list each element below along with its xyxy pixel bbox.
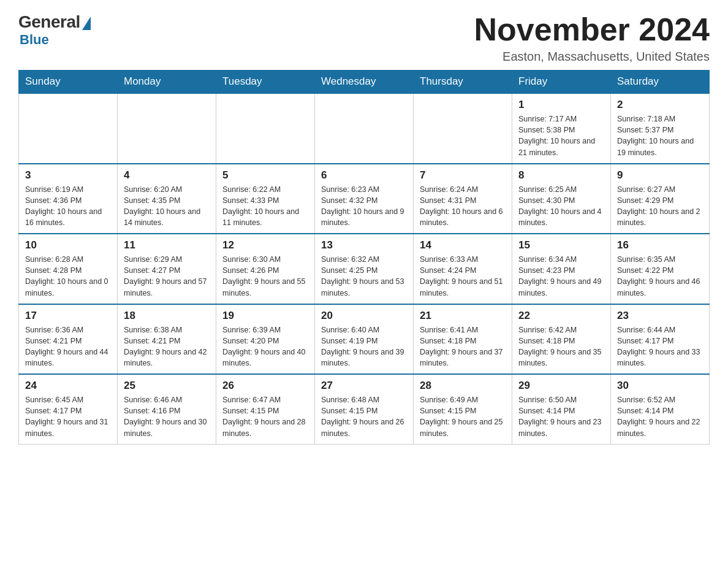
calendar-week-1: 1Sunrise: 7:17 AM Sunset: 5:38 PM Daylig… bbox=[19, 93, 710, 164]
day-info: Sunrise: 6:27 AM Sunset: 4:29 PM Dayligh… bbox=[617, 184, 703, 229]
calendar-cell-w2-d7: 9Sunrise: 6:27 AM Sunset: 4:29 PM Daylig… bbox=[611, 164, 710, 234]
calendar-cell-w2-d6: 8Sunrise: 6:25 AM Sunset: 4:30 PM Daylig… bbox=[512, 164, 611, 234]
day-info: Sunrise: 6:46 AM Sunset: 4:16 PM Dayligh… bbox=[124, 394, 210, 439]
day-info: Sunrise: 6:35 AM Sunset: 4:22 PM Dayligh… bbox=[617, 254, 703, 299]
logo-general-text: General bbox=[18, 12, 80, 32]
day-info: Sunrise: 6:22 AM Sunset: 4:33 PM Dayligh… bbox=[222, 184, 308, 229]
col-wednesday: Wednesday bbox=[315, 71, 414, 94]
day-info: Sunrise: 6:19 AM Sunset: 4:36 PM Dayligh… bbox=[25, 184, 111, 229]
calendar-cell-w1-d7: 2Sunrise: 7:18 AM Sunset: 5:37 PM Daylig… bbox=[611, 93, 710, 164]
day-info: Sunrise: 6:23 AM Sunset: 4:32 PM Dayligh… bbox=[321, 184, 407, 229]
day-number: 12 bbox=[222, 239, 308, 251]
calendar-cell-w5-d6: 29Sunrise: 6:50 AM Sunset: 4:14 PM Dayli… bbox=[512, 374, 611, 444]
calendar-cell-w2-d3: 5Sunrise: 6:22 AM Sunset: 4:33 PM Daylig… bbox=[216, 164, 315, 234]
col-thursday: Thursday bbox=[414, 71, 512, 94]
day-info: Sunrise: 7:17 AM Sunset: 5:38 PM Dayligh… bbox=[518, 113, 604, 158]
calendar-cell-w1-d5 bbox=[414, 93, 512, 164]
col-tuesday: Tuesday bbox=[216, 71, 315, 94]
calendar-table: Sunday Monday Tuesday Wednesday Thursday… bbox=[18, 70, 710, 445]
day-info: Sunrise: 6:47 AM Sunset: 4:15 PM Dayligh… bbox=[222, 394, 308, 439]
calendar-week-2: 3Sunrise: 6:19 AM Sunset: 4:36 PM Daylig… bbox=[19, 164, 710, 234]
day-number: 5 bbox=[222, 169, 308, 182]
calendar-week-3: 10Sunrise: 6:28 AM Sunset: 4:28 PM Dayli… bbox=[19, 234, 710, 304]
day-info: Sunrise: 6:39 AM Sunset: 4:20 PM Dayligh… bbox=[222, 324, 308, 369]
calendar-cell-w3-d6: 15Sunrise: 6:34 AM Sunset: 4:23 PM Dayli… bbox=[512, 234, 611, 304]
day-info: Sunrise: 6:29 AM Sunset: 4:27 PM Dayligh… bbox=[124, 254, 210, 299]
calendar-cell-w4-d2: 18Sunrise: 6:38 AM Sunset: 4:21 PM Dayli… bbox=[118, 304, 216, 375]
calendar-cell-w2-d2: 4Sunrise: 6:20 AM Sunset: 4:35 PM Daylig… bbox=[118, 164, 216, 234]
day-info: Sunrise: 6:34 AM Sunset: 4:23 PM Dayligh… bbox=[518, 254, 604, 299]
day-number: 15 bbox=[518, 239, 604, 251]
day-info: Sunrise: 6:20 AM Sunset: 4:35 PM Dayligh… bbox=[124, 184, 210, 229]
day-number: 30 bbox=[617, 380, 703, 392]
day-number: 10 bbox=[25, 239, 111, 251]
day-info: Sunrise: 6:52 AM Sunset: 4:14 PM Dayligh… bbox=[617, 394, 703, 439]
calendar-cell-w5-d5: 28Sunrise: 6:49 AM Sunset: 4:15 PM Dayli… bbox=[414, 374, 512, 444]
calendar-cell-w2-d4: 6Sunrise: 6:23 AM Sunset: 4:32 PM Daylig… bbox=[315, 164, 414, 234]
calendar-cell-w2-d1: 3Sunrise: 6:19 AM Sunset: 4:36 PM Daylig… bbox=[19, 164, 118, 234]
day-number: 29 bbox=[518, 380, 604, 392]
calendar-header-row: Sunday Monday Tuesday Wednesday Thursday… bbox=[19, 71, 710, 94]
day-number: 27 bbox=[321, 380, 407, 392]
calendar-cell-w5-d2: 25Sunrise: 6:46 AM Sunset: 4:16 PM Dayli… bbox=[118, 374, 216, 444]
col-monday: Monday bbox=[118, 71, 216, 94]
col-friday: Friday bbox=[512, 71, 611, 94]
calendar-cell-w3-d5: 14Sunrise: 6:33 AM Sunset: 4:24 PM Dayli… bbox=[414, 234, 512, 304]
day-number: 4 bbox=[124, 169, 210, 182]
col-saturday: Saturday bbox=[611, 71, 710, 94]
logo-triangle-icon bbox=[82, 17, 91, 30]
calendar-cell-w2-d5: 7Sunrise: 6:24 AM Sunset: 4:31 PM Daylig… bbox=[414, 164, 512, 234]
day-number: 20 bbox=[321, 310, 407, 322]
day-number: 28 bbox=[420, 380, 506, 392]
logo-blue-text: Blue bbox=[20, 32, 49, 48]
day-info: Sunrise: 6:28 AM Sunset: 4:28 PM Dayligh… bbox=[25, 254, 111, 299]
calendar-cell-w4-d4: 20Sunrise: 6:40 AM Sunset: 4:19 PM Dayli… bbox=[315, 304, 414, 375]
day-number: 8 bbox=[518, 169, 604, 182]
day-info: Sunrise: 6:41 AM Sunset: 4:18 PM Dayligh… bbox=[420, 324, 506, 369]
day-number: 1 bbox=[518, 99, 604, 111]
day-info: Sunrise: 6:36 AM Sunset: 4:21 PM Dayligh… bbox=[25, 324, 111, 369]
month-title: November 2024 bbox=[474, 12, 710, 47]
day-number: 2 bbox=[617, 99, 703, 111]
location-text: Easton, Massachusetts, United States bbox=[474, 50, 710, 64]
page-header: General Blue November 2024 Easton, Massa… bbox=[18, 12, 710, 64]
calendar-week-5: 24Sunrise: 6:45 AM Sunset: 4:17 PM Dayli… bbox=[19, 374, 710, 444]
calendar-cell-w1-d4 bbox=[315, 93, 414, 164]
calendar-cell-w3-d3: 12Sunrise: 6:30 AM Sunset: 4:26 PM Dayli… bbox=[216, 234, 315, 304]
day-info: Sunrise: 6:30 AM Sunset: 4:26 PM Dayligh… bbox=[222, 254, 308, 299]
calendar-cell-w5-d4: 27Sunrise: 6:48 AM Sunset: 4:15 PM Dayli… bbox=[315, 374, 414, 444]
day-info: Sunrise: 6:32 AM Sunset: 4:25 PM Dayligh… bbox=[321, 254, 407, 299]
calendar-cell-w4-d5: 21Sunrise: 6:41 AM Sunset: 4:18 PM Dayli… bbox=[414, 304, 512, 375]
calendar-cell-w5-d7: 30Sunrise: 6:52 AM Sunset: 4:14 PM Dayli… bbox=[611, 374, 710, 444]
calendar-cell-w5-d1: 24Sunrise: 6:45 AM Sunset: 4:17 PM Dayli… bbox=[19, 374, 118, 444]
day-number: 23 bbox=[617, 310, 703, 322]
day-info: Sunrise: 6:40 AM Sunset: 4:19 PM Dayligh… bbox=[321, 324, 407, 369]
day-info: Sunrise: 6:38 AM Sunset: 4:21 PM Dayligh… bbox=[124, 324, 210, 369]
day-number: 25 bbox=[124, 380, 210, 392]
calendar-cell-w5-d3: 26Sunrise: 6:47 AM Sunset: 4:15 PM Dayli… bbox=[216, 374, 315, 444]
day-info: Sunrise: 6:33 AM Sunset: 4:24 PM Dayligh… bbox=[420, 254, 506, 299]
calendar-cell-w4-d7: 23Sunrise: 6:44 AM Sunset: 4:17 PM Dayli… bbox=[611, 304, 710, 375]
day-number: 21 bbox=[420, 310, 506, 322]
day-number: 14 bbox=[420, 239, 506, 251]
day-info: Sunrise: 6:24 AM Sunset: 4:31 PM Dayligh… bbox=[420, 184, 506, 229]
day-number: 24 bbox=[25, 380, 111, 392]
calendar-week-4: 17Sunrise: 6:36 AM Sunset: 4:21 PM Dayli… bbox=[19, 304, 710, 375]
day-number: 18 bbox=[124, 310, 210, 322]
day-number: 26 bbox=[222, 380, 308, 392]
day-info: Sunrise: 6:44 AM Sunset: 4:17 PM Dayligh… bbox=[617, 324, 703, 369]
day-number: 22 bbox=[518, 310, 604, 322]
day-info: Sunrise: 6:49 AM Sunset: 4:15 PM Dayligh… bbox=[420, 394, 506, 439]
col-sunday: Sunday bbox=[19, 71, 118, 94]
day-number: 11 bbox=[124, 239, 210, 251]
title-block: November 2024 Easton, Massachusetts, Uni… bbox=[474, 12, 710, 64]
day-number: 19 bbox=[222, 310, 308, 322]
day-number: 16 bbox=[617, 239, 703, 251]
calendar-cell-w4-d3: 19Sunrise: 6:39 AM Sunset: 4:20 PM Dayli… bbox=[216, 304, 315, 375]
calendar-cell-w1-d2 bbox=[118, 93, 216, 164]
day-number: 13 bbox=[321, 239, 407, 251]
calendar-cell-w3-d1: 10Sunrise: 6:28 AM Sunset: 4:28 PM Dayli… bbox=[19, 234, 118, 304]
calendar-cell-w4-d6: 22Sunrise: 6:42 AM Sunset: 4:18 PM Dayli… bbox=[512, 304, 611, 375]
calendar-cell-w3-d7: 16Sunrise: 6:35 AM Sunset: 4:22 PM Dayli… bbox=[611, 234, 710, 304]
calendar-cell-w3-d4: 13Sunrise: 6:32 AM Sunset: 4:25 PM Dayli… bbox=[315, 234, 414, 304]
